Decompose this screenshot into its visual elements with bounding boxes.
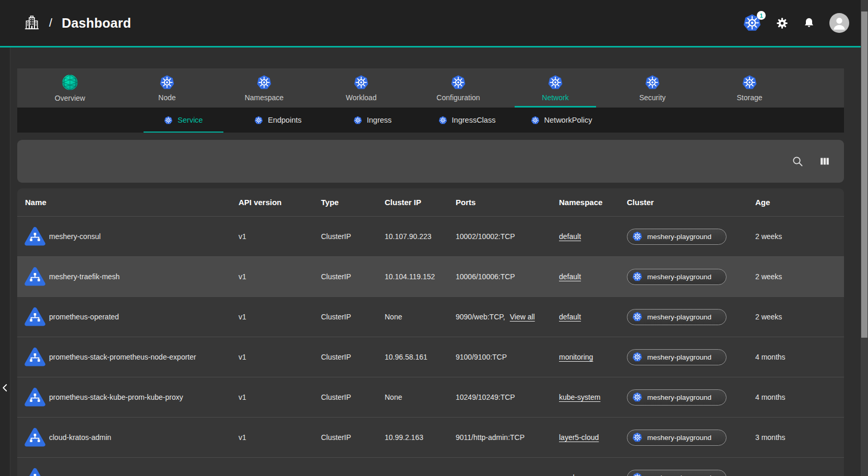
api-version: v1 (237, 433, 320, 442)
column-header-type[interactable]: Type (320, 198, 384, 207)
age: 4 months (754, 353, 844, 361)
search-button[interactable] (791, 154, 804, 168)
ports: 9011/http-admin:TCP (456, 433, 525, 442)
column-header-name[interactable]: Name (17, 198, 237, 207)
subtab-service[interactable]: Service (136, 108, 231, 133)
user-avatar[interactable] (829, 13, 849, 33)
subtab-networkpolicy[interactable]: NetworkPolicy (514, 108, 609, 133)
kubernetes-icon (353, 75, 369, 90)
service-type: ClusterIP (320, 353, 384, 361)
table-row[interactable]: prometheus-operated v1 ClusterIP None 90… (17, 296, 844, 337)
tab-label: Namespace (245, 93, 284, 102)
kubernetes-icon (632, 352, 643, 362)
gear-icon (776, 17, 789, 30)
left-drawer-edge (0, 47, 10, 476)
tab-configuration[interactable]: Configuration (410, 68, 507, 108)
cluster-name: meshery-playground (647, 434, 711, 442)
table-row[interactable]: meshery-traefik-mesh v1 ClusterIP 10.104… (17, 256, 844, 296)
tab-network[interactable]: Network (507, 68, 604, 108)
subtab-ingressclass[interactable]: IngressClass (420, 108, 514, 133)
column-header-namespace[interactable]: Namespace (558, 198, 626, 207)
view-columns-button[interactable] (818, 154, 831, 168)
kubernetes-icon (548, 75, 563, 90)
kubernetes-icon (632, 472, 643, 476)
cluster-chip[interactable]: meshery-playground (627, 470, 727, 476)
context-count-badge: 1 (757, 11, 766, 20)
cluster-chip[interactable]: meshery-playground (627, 269, 727, 285)
namespace-link[interactable]: layer5-cloud (559, 433, 599, 442)
subtab-endpoints[interactable]: Endpoints (231, 108, 325, 133)
service-type: ClusterIP (320, 433, 384, 442)
meshery-kubernetes-dashboard: / Dashboard 1 Overview (0, 0, 868, 476)
breadcrumb: / Dashboard (24, 15, 131, 31)
cluster-name: meshery-playground (647, 394, 711, 401)
column-header-age[interactable]: Age (754, 198, 844, 207)
ports: 9090/web:TCP, (456, 313, 505, 321)
cluster-name: meshery-playground (647, 474, 711, 476)
service-icon (25, 306, 45, 327)
kubernetes-icon (159, 75, 175, 90)
column-header-ports[interactable]: Ports (455, 198, 558, 207)
settings-button[interactable] (775, 16, 789, 30)
namespace-link[interactable]: default (559, 313, 581, 321)
namespace-link[interactable]: kube-system (559, 393, 600, 401)
service-type: ClusterIP (320, 272, 384, 281)
column-header-cluster[interactable]: Cluster (626, 198, 754, 207)
cluster-chip[interactable]: meshery-playground (627, 389, 727, 406)
cluster-name: meshery-playground (647, 273, 711, 281)
tab-namespace[interactable]: Namespace (216, 68, 313, 108)
ports: 9100/9100:TCP (456, 353, 507, 361)
table-row-partial[interactable]: meshery meshery-playground (17, 457, 844, 476)
service-name: meshery-traefik-mesh (49, 272, 120, 281)
cluster-ip: 10.104.119.152 (384, 272, 455, 281)
bell-icon (803, 17, 815, 29)
kubernetes-context-button[interactable]: 1 (743, 14, 762, 32)
subtab-label: Endpoints (268, 116, 302, 124)
table-header: Name API version Type Cluster IP Ports N… (17, 188, 844, 216)
scrollbar-thumb[interactable] (861, 11, 867, 338)
namespace-link[interactable]: monitoring (559, 353, 593, 361)
cluster-name: meshery-playground (647, 353, 711, 361)
cluster-chip[interactable]: meshery-playground (627, 229, 727, 245)
column-header-cluster-ip[interactable]: Cluster IP (384, 198, 455, 207)
collapse-panel-button[interactable] (0, 380, 11, 396)
table-row[interactable]: meshery-consul v1 ClusterIP 10.107.90.22… (17, 216, 844, 256)
table-row[interactable]: cloud-kratos-admin v1 ClusterIP 10.99.2.… (17, 417, 844, 457)
age: 4 months (754, 393, 844, 401)
breadcrumb-separator: / (49, 16, 52, 30)
app-bar-actions: 1 (743, 0, 849, 46)
service-name: prometheus-stack-kube-prom-kube-proxy (49, 393, 183, 401)
cluster-name: meshery-playground (647, 233, 711, 241)
ports: 10002/10002:TCP (456, 232, 515, 241)
namespace-link[interactable]: default (559, 232, 581, 241)
column-header-api-version[interactable]: API version (237, 198, 320, 207)
cluster-chip[interactable]: meshery-playground (627, 430, 727, 446)
subtab-label: NetworkPolicy (544, 116, 592, 124)
api-version: v1 (237, 393, 320, 401)
accent-divider (0, 46, 861, 47)
view-all-ports-link[interactable]: View all (510, 313, 535, 321)
kubernetes-icon (742, 75, 757, 90)
tab-label: Network (542, 93, 568, 102)
api-version: v1 (237, 313, 320, 321)
cluster-chip[interactable]: meshery-playground (627, 309, 727, 325)
age: 2 weeks (754, 313, 844, 321)
tab-workload[interactable]: Workload (313, 68, 410, 108)
organization-building-icon[interactable] (24, 15, 40, 31)
service-type: ClusterIP (320, 393, 384, 401)
cluster-chip[interactable]: meshery-playground (627, 349, 727, 365)
namespace-link[interactable]: meshery (559, 473, 587, 476)
kubernetes-icon (632, 392, 643, 402)
tab-security[interactable]: Security (604, 68, 701, 108)
service-icon (25, 427, 45, 448)
tab-node[interactable]: Node (118, 68, 216, 108)
subtab-ingress[interactable]: Ingress (325, 108, 420, 133)
tab-overview[interactable]: Overview (21, 68, 118, 108)
kubernetes-icon (438, 116, 447, 125)
notifications-button[interactable] (802, 16, 816, 30)
service-icon (25, 387, 45, 408)
namespace-link[interactable]: default (559, 272, 581, 281)
tab-storage[interactable]: Storage (701, 68, 798, 108)
table-row[interactable]: prometheus-stack-prometheus-node-exporte… (17, 337, 844, 377)
table-row[interactable]: prometheus-stack-kube-prom-kube-proxy v1… (17, 377, 844, 417)
